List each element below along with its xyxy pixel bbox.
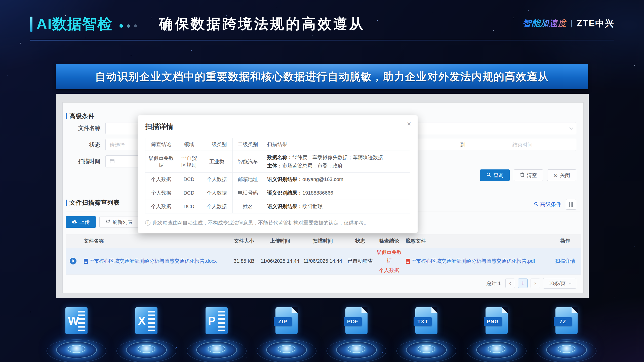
- zip-file-icon: ZIP: [275, 307, 298, 334]
- expand-row-button[interactable]: [70, 258, 76, 264]
- header-underline: [30, 40, 614, 40]
- range-end-placeholder: 结束时间: [512, 142, 533, 148]
- page-size-select[interactable]: 10条/页: [543, 278, 576, 289]
- search-button[interactable]: 查询: [480, 169, 510, 181]
- clear-button[interactable]: 清空: [514, 169, 543, 181]
- close-filters-button[interactable]: ⊙ 关闭: [547, 169, 576, 181]
- level2-cell: 智能汽车: [233, 151, 263, 173]
- column-settings-button[interactable]: [566, 199, 576, 210]
- calendar-icon: [110, 158, 115, 165]
- hologram-platform: [47, 339, 106, 362]
- modal-row: 疑似重要数据 ***自贸区规则 工业类 智能汽车 数据名称：经纬度；车载摄像头数…: [145, 151, 410, 173]
- result-label: 语义识别结果：: [267, 176, 302, 182]
- upload-button-label: 上传: [79, 219, 90, 225]
- prev-page-button[interactable]: ‹: [505, 279, 515, 288]
- modal-title: 扫描详情: [145, 122, 410, 131]
- scan-time-value: 11/06/2025 14:44: [301, 248, 344, 274]
- total-count: 总计 1: [487, 280, 501, 287]
- current-page-button[interactable]: 1: [518, 279, 528, 288]
- status-value: 已自动筛查: [344, 248, 376, 274]
- 7z-file-icon: 7Z: [555, 307, 578, 334]
- dock-item-excel: X: [115, 307, 178, 362]
- scan-detail-link[interactable]: 扫描详情: [555, 258, 575, 264]
- stars-decoration-bright: [0, 0, 1, 1]
- mcol-conclusion: 筛查结论: [145, 138, 177, 151]
- hologram-platform: [396, 339, 456, 362]
- table-header-row: 文件名称 文件大小 上传时间 扫描时间 状态 筛查结论 脱敏文件 操作: [66, 234, 581, 248]
- result-label: 语义识别结果：: [267, 190, 302, 196]
- close-button-label: 关闭: [560, 172, 570, 179]
- modal-row: 个人数据 DCD 个人数据 姓名 语义识别结果：欧阳世璟: [145, 200, 410, 213]
- refresh-list-button[interactable]: 刷新列表: [99, 216, 139, 228]
- conclusion-personal-data: 个人数据: [376, 266, 402, 274]
- level2-cell: 姓名: [233, 200, 263, 213]
- heading-accent-bar: [66, 200, 67, 206]
- domain-cell: DCD: [177, 173, 201, 186]
- scan-time-label: 扫描时间: [63, 155, 100, 167]
- trash-icon: [520, 172, 525, 178]
- heading-accent-bar: [66, 113, 67, 119]
- upload-button[interactable]: 上传: [66, 216, 96, 228]
- status-placeholder: 请选择: [110, 142, 125, 148]
- refresh-icon: [106, 219, 110, 225]
- result-value: 市场监管总局；市委；政府: [282, 163, 343, 168]
- hologram-platform: [327, 339, 386, 362]
- product-name: AI数据智检: [36, 14, 112, 34]
- col-status: 状态: [344, 234, 376, 248]
- pagination: 总计 1 ‹ 1 › 10条/页: [487, 278, 576, 289]
- txt-file-icon: TXT: [415, 307, 437, 334]
- hologram-platform: [467, 339, 527, 362]
- col-file-size: 文件大小: [229, 234, 259, 248]
- pdf-file-icon: [406, 259, 410, 264]
- hologram-platform: [116, 339, 176, 362]
- conclusion-cell: 个人数据: [145, 173, 177, 186]
- level1-cell: 个人数据: [201, 173, 232, 186]
- dock-item-ppt: P: [185, 307, 248, 362]
- hologram-platform: [537, 339, 596, 362]
- advanced-filters-title: 高级条件: [69, 112, 95, 120]
- result-value: 19188886666: [302, 190, 333, 196]
- range-separator: 到: [453, 142, 473, 148]
- domain-cell: DCD: [177, 200, 201, 213]
- hologram-platform: [187, 339, 247, 362]
- dock-item-word: W: [45, 307, 108, 362]
- masked-file-link[interactable]: **市核心区域交通流量测绘分析与智慧交通优化报告.pdf: [406, 258, 549, 264]
- mcol-domain: 领域: [177, 138, 201, 151]
- conclusion-cell: 个人数据: [145, 200, 177, 213]
- result-label: 语义识别结果：: [267, 204, 302, 209]
- result-value: 欧阳世璟: [302, 204, 323, 209]
- brand-company-logo: ZTE中兴: [577, 17, 614, 30]
- result-cell: 语义识别结果：19188886666: [263, 186, 410, 200]
- columns-icon: [569, 202, 570, 207]
- file-size-value: 31.85 KB: [229, 248, 259, 274]
- filter-buttons: 查询 清空 ⊙ 关闭: [480, 169, 576, 181]
- file-name-label: 文件名称: [63, 122, 100, 134]
- close-icon[interactable]: ×: [407, 120, 411, 127]
- next-page-button[interactable]: ›: [531, 279, 540, 288]
- target-circle-icon: ⊙: [553, 173, 558, 178]
- col-file-name: 文件名称: [80, 234, 229, 248]
- subtitle-banner: 自动识别企业文档中的重要数据和核心数据进行自动脱敏，助力企业对外发法内规的高效遵…: [56, 64, 588, 89]
- ppt-file-icon: P: [206, 307, 228, 334]
- modal-row: 个人数据 DCD 个人数据 邮箱地址 语义识别结果：ouyang@163.com: [145, 173, 410, 186]
- slide-title: 确保数据跨境法规的高效遵从: [159, 15, 365, 34]
- source-file-link[interactable]: **市核心区域交通流量测绘分析与智慧交通优化报告.docx: [84, 258, 229, 264]
- expand-column-header: [66, 234, 80, 248]
- conclusion-cell: 个人数据: [145, 186, 177, 200]
- mcol-level2: 二级类别: [233, 138, 263, 151]
- disclaimer-text: 此次筛查由AI自动生成，不构成专业法律意见，不能替代监管机构对重要数据的认定，仅…: [153, 219, 369, 226]
- result-cell: 语义识别结果：ouyang@163.com: [263, 173, 410, 186]
- domain-cell: ***自贸区规则: [177, 151, 201, 173]
- title-accent-bar: [30, 17, 32, 32]
- refresh-button-label: 刷新列表: [112, 219, 133, 225]
- cloud-upload-icon: [72, 219, 77, 225]
- chevron-down-icon: [569, 126, 573, 130]
- advanced-filter-link-label: 高级条件: [540, 201, 561, 208]
- result-cell: 数据名称：经纬度；车载摄像头数据；车辆轨迹数据 主体：市场监管总局；市委；政府: [263, 151, 410, 173]
- scan-detail-modal: 扫描详情 × 筛查结论 领域 一级类别 二级类别 扫描结果 疑似重要数据 ***…: [138, 115, 418, 233]
- scan-detail-table: 筛查结论 领域 一级类别 二级类别 扫描结果 疑似重要数据 ***自贸区规则 工…: [145, 138, 410, 213]
- masked-file-name: **市核心区域交通流量测绘分析与智慧交通优化报告.pdf: [412, 258, 535, 264]
- advanced-filter-link[interactable]: 高级条件: [534, 201, 561, 208]
- level2-cell: 邮箱地址: [233, 173, 263, 186]
- png-file-icon: PNG: [486, 307, 508, 334]
